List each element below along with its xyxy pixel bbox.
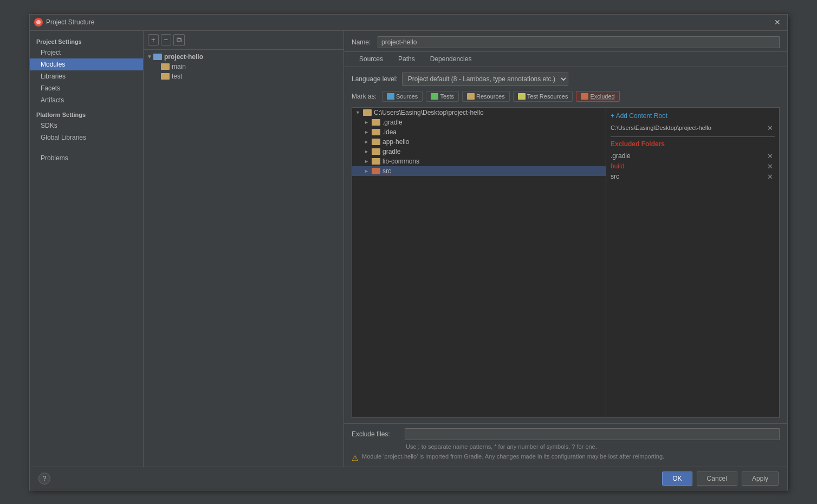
- remove-excluded-src-button[interactable]: ✕: [766, 173, 775, 181]
- remove-excluded-build-button[interactable]: ✕: [766, 162, 775, 171]
- mark-excluded-button[interactable]: Excluded: [576, 91, 619, 102]
- sidebar-item-sdks[interactable]: SDKs: [30, 120, 143, 132]
- sidebar-item-problems[interactable]: Problems: [30, 152, 143, 164]
- ok-button[interactable]: OK: [662, 472, 692, 486]
- tree-item-test[interactable]: test: [144, 71, 343, 81]
- mark-excluded-label: Excluded: [590, 93, 614, 100]
- tp-idea[interactable]: ► .idea: [352, 127, 606, 137]
- tp-src-icon: [372, 168, 380, 174]
- hint-text: Use ; to separate name patterns, * for a…: [352, 443, 780, 450]
- tp-lib-commons[interactable]: ► lib-commons: [352, 156, 606, 166]
- title-bar: Project Structure ✕: [30, 15, 787, 31]
- mark-test-resources-label: Test Resources: [527, 93, 568, 100]
- lang-level-label: Language level:: [352, 75, 398, 83]
- mark-tests-label: Tests: [440, 93, 454, 100]
- tp-root-icon: [363, 109, 372, 116]
- tp-root[interactable]: ▼ C:\Users\Easing\Desktop\project-hello: [352, 108, 606, 117]
- svg-point-0: [36, 20, 41, 24]
- mark-test-resources-button[interactable]: Test Resources: [513, 91, 573, 102]
- add-module-button[interactable]: +: [148, 34, 159, 45]
- apply-button[interactable]: Apply: [742, 472, 779, 486]
- exclude-files-row: Exclude files:: [352, 428, 780, 440]
- mark-tests-button[interactable]: Tests: [426, 91, 459, 102]
- dialog-title: Project Structure: [46, 18, 772, 26]
- tp-gradle-dir[interactable]: ► gradle: [352, 147, 606, 156]
- sources-split-view: ▼ C:\Users\Easing\Desktop\project-hello …: [352, 107, 780, 418]
- lang-level-row: Language level: Project default (8 - Lam…: [352, 73, 780, 86]
- tab-dependencies[interactable]: Dependencies: [423, 52, 479, 67]
- help-button[interactable]: ?: [38, 473, 50, 485]
- module-name-input[interactable]: [378, 36, 780, 48]
- mark-sources-button[interactable]: Sources: [382, 91, 423, 102]
- app-icon: [34, 18, 43, 27]
- tp-app-hello-icon: [372, 139, 380, 145]
- tab-paths[interactable]: Paths: [391, 52, 423, 67]
- dialog-footer: ? OK Cancel Apply: [30, 467, 787, 490]
- tp-src[interactable]: ► src: [352, 166, 606, 176]
- sources-tab-content: Language level: Project default (8 - Lam…: [344, 67, 787, 423]
- sidebar-item-artifacts[interactable]: Artifacts: [30, 94, 143, 106]
- resources-icon: [467, 93, 475, 100]
- remove-module-button[interactable]: −: [161, 34, 172, 45]
- root-chevron: [146, 54, 153, 60]
- cancel-button[interactable]: Cancel: [697, 472, 737, 486]
- mark-as-row: Mark as: Sources Tests Resources: [352, 91, 780, 102]
- project-settings-label: Project Settings: [30, 35, 143, 47]
- right-info-pane: + Add Content Root C:\Users\Easing\Deskt…: [606, 107, 780, 418]
- content-root-path-row: C:\Users\Easing\Desktop\project-hello ✕: [611, 124, 775, 132]
- tp-lib-commons-name: lib-commons: [382, 158, 419, 165]
- tp-gradle[interactable]: ► .gradle: [352, 117, 606, 127]
- exclude-files-input[interactable]: [405, 428, 780, 440]
- excluded-build-text: build: [611, 162, 624, 170]
- warning-icon: ⚠: [352, 454, 359, 462]
- tree-root-item[interactable]: project-hello: [144, 52, 343, 62]
- main-folder-icon: [161, 63, 170, 70]
- sidebar-item-global-libraries[interactable]: Global Libraries: [30, 132, 143, 143]
- warning-text: Module 'project-hello' is imported from …: [362, 453, 664, 460]
- close-button[interactable]: ✕: [772, 18, 783, 27]
- module-tree: project-hello main test: [144, 50, 343, 467]
- tp-idea-name: .idea: [382, 128, 397, 136]
- mark-sources-label: Sources: [396, 93, 418, 100]
- mark-resources-label: Resources: [476, 93, 505, 100]
- root-folder-name: project-hello: [164, 53, 203, 61]
- excluded-folders-label: Excluded Folders: [611, 140, 775, 148]
- tp-app-hello[interactable]: ► app-hello: [352, 137, 606, 147]
- sources-tree-pane: ▼ C:\Users\Easing\Desktop\project-hello …: [352, 107, 606, 418]
- file-tree-panel: + − ⧉ project-hello main: [144, 31, 344, 467]
- tabs-row: Sources Paths Dependencies: [344, 52, 787, 67]
- content-root-path-text: C:\Users\Easing\Desktop\project-hello: [611, 125, 711, 131]
- lang-level-select[interactable]: Project default (8 - Lambdas, type annot…: [402, 73, 568, 86]
- test-folder-name: test: [172, 73, 182, 80]
- sidebar-item-libraries[interactable]: Libraries: [30, 70, 143, 82]
- root-folder-icon: [153, 54, 162, 60]
- remove-content-root-button[interactable]: ✕: [766, 124, 775, 132]
- mark-resources-button[interactable]: Resources: [462, 91, 510, 102]
- tp-gradle-name: .gradle: [382, 119, 403, 126]
- add-content-root-button[interactable]: + Add Content Root: [611, 112, 775, 120]
- platform-settings-label: Platform Settings: [30, 106, 143, 120]
- project-structure-dialog: Project Structure ✕ Project Settings Pro…: [29, 14, 788, 490]
- excluded-gradle-text: .gradle: [611, 152, 631, 160]
- name-row: Name:: [344, 31, 787, 52]
- bottom-area: Exclude files: Use ; to separate name pa…: [344, 423, 787, 467]
- name-label: Name:: [352, 38, 373, 46]
- sidebar-item-modules[interactable]: Modules: [30, 58, 143, 70]
- tree-item-main[interactable]: main: [144, 62, 343, 71]
- copy-module-button[interactable]: ⧉: [173, 34, 185, 46]
- sidebar-item-facets[interactable]: Facets: [30, 82, 143, 94]
- excluded-src-text: src: [611, 173, 619, 180]
- tp-lib-commons-icon: [372, 158, 380, 165]
- mark-as-label: Mark as:: [352, 93, 377, 100]
- main-folder-name: main: [172, 63, 186, 70]
- warning-row: ⚠ Module 'project-hello' is imported fro…: [352, 453, 780, 462]
- sidebar-item-project[interactable]: Project: [30, 47, 143, 58]
- sidebar: Project Settings Project Modules Librari…: [30, 31, 144, 467]
- tab-sources[interactable]: Sources: [352, 52, 391, 67]
- excluded-icon: [581, 93, 588, 100]
- tp-src-name: src: [382, 167, 391, 175]
- exclude-files-label: Exclude files:: [352, 430, 400, 438]
- test-resources-icon: [518, 93, 526, 100]
- test-folder-icon: [161, 73, 170, 80]
- remove-excluded-gradle-button[interactable]: ✕: [766, 152, 775, 160]
